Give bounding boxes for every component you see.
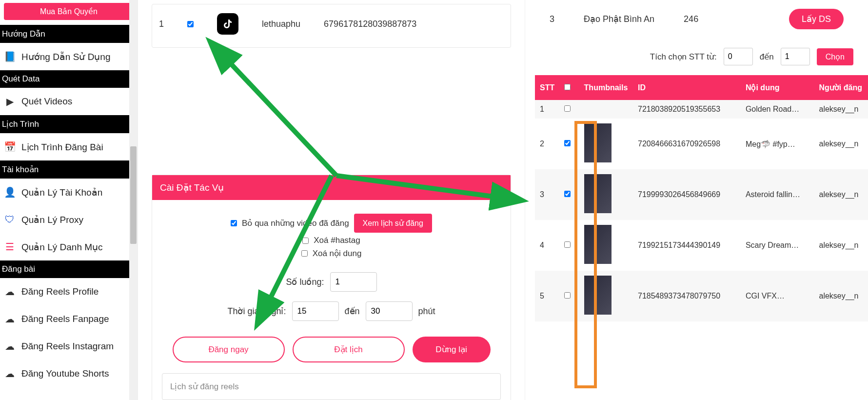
source-name: Đạo Phật Bình An <box>584 14 654 24</box>
sidebar-item[interactable]: ☁Đăng Youtube Shorts <box>0 360 138 387</box>
table-row[interactable]: 57185489373478079750CGI VFX…aleksey__n <box>535 271 868 321</box>
sidebar-section-header: Hướng Dẫn <box>0 25 138 43</box>
cell-uploader: aleksey__n <box>814 100 868 119</box>
account-username: lethuaphu <box>262 19 300 29</box>
cell-uploader: aleksey__n <box>814 169 868 220</box>
rest-to-input[interactable] <box>366 301 413 321</box>
cell-uploader: aleksey__n <box>814 271 868 321</box>
sidebar-item[interactable]: ☁Đăng Reels Fanpage <box>0 305 138 333</box>
cell-id: 7208466631670926598 <box>633 119 741 169</box>
th-stt: STT <box>535 75 559 100</box>
list-icon: ☰ <box>4 241 16 253</box>
sidebar-item-label: Quản Lý Proxy <box>21 214 83 225</box>
threads-label: Số luồng: <box>286 277 324 287</box>
rest-from-input[interactable] <box>292 301 339 321</box>
sidebar-scrollbar-thumb[interactable] <box>130 146 137 244</box>
shield-icon: 🛡 <box>4 214 16 225</box>
video-table: STT Thumbnails ID Nội dung Người đăng 17… <box>535 75 868 321</box>
sidebar-item-label: Lịch Trình Đăng Bài <box>21 141 103 153</box>
thumbnail-image <box>584 276 612 315</box>
buy-license-button[interactable]: Mua Bản Quyền <box>4 3 134 20</box>
cell-content: Meg🦈 #fyp… <box>741 119 814 169</box>
sidebar-item[interactable]: ☰Quản Lý Danh Mục <box>0 233 138 260</box>
cell-stt: 4 <box>535 220 559 271</box>
sidebar-item[interactable]: ☁Đăng Reels Profile <box>0 278 138 305</box>
guide-icon: 📘 <box>4 51 16 62</box>
skip-posted-checkbox[interactable] <box>231 220 237 226</box>
sidebar-item[interactable]: 📘Hướng Dẫn Sử Dụng <box>0 43 138 70</box>
sidebar-item-label: Quét Videos <box>21 96 72 107</box>
thumbnail-image <box>584 225 612 264</box>
remove-content-checkbox[interactable] <box>301 250 308 257</box>
cell-uploader: aleksey__n <box>814 119 868 169</box>
cell-content: Golden Road… <box>741 100 814 119</box>
cell-id: 7218038920519355653 <box>633 100 741 119</box>
cell-thumbnail <box>579 169 633 220</box>
cell-checkbox <box>559 169 579 220</box>
cell-stt: 1 <box>535 100 559 119</box>
select-from-input[interactable] <box>724 48 753 65</box>
th-id: ID <box>633 75 741 100</box>
thumbnail-image <box>584 123 612 162</box>
sidebar-item[interactable]: ☁Đăng Reels Instagram <box>0 333 138 360</box>
skip-posted-label: Bỏ qua những video đã đăng <box>242 218 349 228</box>
cell-thumbnail <box>579 100 633 119</box>
cloud-up-icon: ☁ <box>4 286 16 298</box>
choose-button[interactable]: Chọn <box>817 48 853 65</box>
cell-stt: 5 <box>535 271 559 321</box>
threads-input[interactable] <box>330 272 377 292</box>
task-card: Cài Đặt Tác Vụ Bỏ qua những video đã đăn… <box>152 175 511 400</box>
cell-stt: 3 <box>535 169 559 220</box>
sidebar-item[interactable]: 📅Lịch Trình Đăng Bài <box>0 133 138 160</box>
cell-uploader: aleksey__n <box>814 220 868 271</box>
table-row[interactable]: 27208466631670926598Meg🦈 #fyp…aleksey__n <box>535 119 868 169</box>
row-checkbox[interactable] <box>564 241 571 248</box>
cloud-up-icon: ☁ <box>4 340 16 352</box>
row-checkbox[interactable] <box>564 140 571 146</box>
view-history-button[interactable]: Xem lịch sử đăng <box>354 214 432 233</box>
cell-checkbox <box>559 100 579 119</box>
remove-hashtag-label: Xoá #hastag <box>314 236 360 245</box>
cell-stt: 2 <box>535 119 559 169</box>
sidebar-section-header: Tài khoản <box>0 160 138 179</box>
cell-thumbnail <box>579 220 633 271</box>
table-row[interactable]: 37199993026456849669Asteroid fallin…alek… <box>535 169 868 220</box>
sidebar-item[interactable]: 🛡Quản Lý Proxy <box>0 206 138 233</box>
th-checkbox <box>559 75 579 100</box>
account-userid: 6796178128039887873 <box>324 19 416 29</box>
row-checkbox[interactable] <box>564 292 571 299</box>
play-icon: ▶ <box>4 96 16 107</box>
th-thumbnails: Thumbnails <box>579 75 633 100</box>
cell-id: 7199215173444390149 <box>633 220 741 271</box>
table-row[interactable]: 47199215173444390149Scary Dream…aleksey_… <box>535 220 868 271</box>
th-content: Nội dung <box>741 75 814 100</box>
select-all-checkbox[interactable] <box>564 84 571 90</box>
table-row[interactable]: 17218038920519355653Golden Road…aleksey_… <box>535 100 868 119</box>
table-header-row: STT Thumbnails ID Nội dung Người đăng <box>535 75 868 100</box>
thumbnail-image <box>584 174 612 213</box>
remove-hashtag-checkbox[interactable] <box>302 238 309 244</box>
row-checkbox[interactable] <box>564 191 571 197</box>
sidebar-item-label: Hướng Dẫn Sử Dụng <box>21 51 111 62</box>
sidebar-scrollbar[interactable] <box>129 0 138 400</box>
schedule-button[interactable]: Đặt lịch <box>293 337 405 362</box>
sidebar-item-label: Quản Lý Danh Mục <box>21 241 103 253</box>
sidebar-item[interactable]: 👤Quản Lý Tài Khoản <box>0 179 138 206</box>
sidebar-item-label: Đăng Reels Fanpage <box>21 314 109 324</box>
th-uploader: Người đăng <box>814 75 868 100</box>
stop-button[interactable]: Dừng lại <box>413 337 491 362</box>
account-stt: 1 <box>159 19 164 29</box>
log-box: Lịch sử đăng reels <box>162 373 501 400</box>
cell-content: Asteroid fallin… <box>741 169 814 220</box>
select-to-input[interactable] <box>781 48 810 65</box>
post-now-button[interactable]: Đăng ngay <box>173 337 285 362</box>
tiktok-icon <box>217 13 238 35</box>
sidebar-item-label: Đăng Reels Profile <box>21 286 99 297</box>
sidebar-item-label: Quản Lý Tài Khoản <box>21 187 102 198</box>
account-card: 1 lethuaphu 6796178128039887873 <box>152 4 511 48</box>
row-checkbox[interactable] <box>564 105 571 112</box>
get-list-button[interactable]: Lấy DS <box>789 9 844 29</box>
sidebar-item[interactable]: ▶Quét Videos <box>0 88 138 115</box>
cell-checkbox <box>559 220 579 271</box>
account-checkbox[interactable] <box>187 21 194 27</box>
